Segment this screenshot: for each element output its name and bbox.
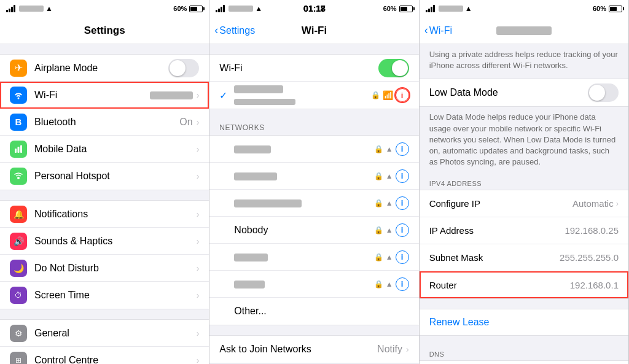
network-name-6 <box>234 279 373 290</box>
signal-6: ▲ <box>386 280 393 288</box>
nobody-label: Nobody <box>234 225 268 235</box>
bluetooth-value: On <box>179 117 192 128</box>
network-row-nobody[interactable]: ✓ Nobody 🔒 ▲ i <box>209 217 418 244</box>
screen-time-label: Screen Time <box>34 290 197 301</box>
row-airplane-mode[interactable]: ✈ Airplane Mode <box>0 55 209 82</box>
network-row-2[interactable]: ✓ 🔒 ▲ i <box>209 163 418 190</box>
row-configure-ip[interactable]: Configure IP Automatic › <box>420 190 628 217</box>
dnd-icon: 🌙 <box>10 260 27 277</box>
back-button-wifi[interactable]: ‹ Settings <box>214 24 255 37</box>
airplane-toggle[interactable] <box>168 59 199 77</box>
control-icon: ⊞ <box>10 352 27 365</box>
dns-section-label: DNS <box>420 346 628 360</box>
ask-join-value: Notify <box>377 344 402 355</box>
info-btn-nobody[interactable]: i <box>396 223 409 237</box>
screen-time-chevron: › <box>197 290 200 300</box>
signal-2: ▲ <box>386 172 393 180</box>
status-left-3: ▲ <box>426 4 472 13</box>
row-bluetooth[interactable]: B Bluetooth On › <box>0 109 209 136</box>
control-label: Control Centre <box>34 355 197 365</box>
network-icons-1: 🔒 ▲ i <box>374 142 409 156</box>
back-arrow-icon-detail: ‹ <box>424 24 428 37</box>
signal-icon-3 <box>426 5 435 12</box>
lock-2: 🔒 <box>374 172 383 180</box>
other-network-row[interactable]: ✓ Other... <box>209 298 418 325</box>
subnet-mask-label: Subnet Mask <box>429 246 560 269</box>
bluetooth-chevron: › <box>197 117 200 127</box>
signal-1: ▲ <box>386 145 393 153</box>
network-row-5[interactable]: ✓ 🔒 ▲ i <box>209 244 418 271</box>
network-row-3[interactable]: ✓ 🔒 ▲ i <box>209 190 418 217</box>
info-btn-6[interactable]: i <box>396 277 409 291</box>
carrier-text-3 <box>439 6 463 12</box>
wifi-toggle-list: Wi-Fi ✓ <box>209 54 418 109</box>
network-name-nobody: Nobody <box>234 225 373 236</box>
low-data-toggle[interactable] <box>588 83 619 102</box>
row-wifi-toggle[interactable]: Wi-Fi <box>209 55 418 82</box>
network-blur-6 <box>234 281 265 288</box>
nav-bar-settings: Settings <box>0 17 209 44</box>
row-hotspot[interactable]: Personal Hotspot › <box>0 163 209 190</box>
row-screen-time[interactable]: ⏱ Screen Time › <box>0 282 209 309</box>
networks-list: ✓ 🔒 ▲ i ✓ 🔒 ▲ i <box>209 135 418 325</box>
wifi-network-name-blurred <box>150 91 193 99</box>
network-row-1[interactable]: ✓ 🔒 ▲ i <box>209 136 418 163</box>
control-chevron: › <box>197 355 200 365</box>
signal-nobody: ▲ <box>386 226 393 234</box>
lock-1: 🔒 <box>374 145 383 153</box>
network-name-3 <box>234 198 373 209</box>
lock-3: 🔒 <box>374 199 383 207</box>
battery-percent-3: 60% <box>593 5 606 12</box>
row-ip-address: IP Address 192.168.0.25 <box>420 217 628 244</box>
network-icons-nobody: 🔒 ▲ i <box>374 223 409 237</box>
carrier-text <box>19 6 44 12</box>
row-general[interactable]: ⚙ General › <box>0 320 209 347</box>
info-btn-2[interactable]: i <box>396 169 409 183</box>
info-btn-1[interactable]: i <box>396 142 409 156</box>
router-label: Router <box>429 273 570 297</box>
status-right-1: 60% <box>173 5 203 12</box>
info-btn-5[interactable]: i <box>396 250 409 264</box>
status-left-1: ▲ <box>6 4 53 13</box>
ask-join-chevron: › <box>406 344 409 354</box>
wifi-chevron: › <box>197 90 200 100</box>
signal-icon <box>6 5 15 12</box>
connected-network-row[interactable]: ✓ 🔒 📶 i <box>209 82 418 109</box>
wifi-content: Wi-Fi ✓ <box>209 44 418 364</box>
wifi-value <box>150 90 193 101</box>
info-button-connected[interactable]: i <box>396 88 409 102</box>
connectivity-list: ✈ Airplane Mode Wi-Fi <box>0 54 209 190</box>
configure-ip-value: Automatic <box>572 198 614 209</box>
battery-icon-2 <box>399 6 413 12</box>
system-list: 🔔 Notifications › 🔊 Sounds & Haptics › 🌙… <box>0 200 209 309</box>
row-notifications[interactable]: 🔔 Notifications › <box>0 201 209 228</box>
ask-separator <box>209 325 418 335</box>
row-ask-join[interactable]: Ask to Join Networks Notify › <box>209 336 418 363</box>
wifi-icon: ▲ <box>45 4 53 13</box>
networks-separator <box>209 109 418 119</box>
wifi-screen: ▲ 01:18 60% ‹ Settings Wi-Fi Wi-Fi <box>209 0 419 364</box>
connected-network-name <box>234 83 370 95</box>
back-button-detail[interactable]: ‹ Wi-Fi <box>424 24 452 37</box>
row-configure-dns[interactable]: Configure DNS Automatic › <box>420 361 628 364</box>
row-control-centre[interactable]: ⊞ Control Centre › <box>0 347 209 364</box>
row-wifi[interactable]: Wi-Fi › <box>0 82 209 109</box>
hotspot-chevron: › <box>197 171 200 181</box>
lock-icon-connected: 🔒 <box>371 91 380 99</box>
network-row-6[interactable]: ✓ 🔒 ▲ i <box>209 271 418 298</box>
page-title-settings: Settings <box>84 25 125 37</box>
battery-icon <box>189 6 203 12</box>
renew-lease-button[interactable]: Renew Lease <box>420 309 628 336</box>
row-low-data-mode[interactable]: Low Data Mode <box>420 79 628 106</box>
info-btn-3[interactable]: i <box>396 196 409 210</box>
row-dnd[interactable]: 🌙 Do Not Disturb › <box>0 255 209 282</box>
wifi-toggle-switch[interactable] <box>378 59 409 77</box>
settings-screen: ▲ 01:17 60% Settings ✈ Airplane Mode <box>0 0 209 364</box>
lock-6: 🔒 <box>374 280 383 288</box>
svg-rect-2 <box>20 145 22 153</box>
ip-address-label: IP Address <box>429 219 565 242</box>
nav-bar-detail: ‹ Wi-Fi <box>420 17 628 44</box>
row-mobile-data[interactable]: Mobile Data › <box>0 136 209 163</box>
row-sounds[interactable]: 🔊 Sounds & Haptics › <box>0 228 209 255</box>
private-address-desc: Using a private address helps reduce tra… <box>420 44 628 79</box>
